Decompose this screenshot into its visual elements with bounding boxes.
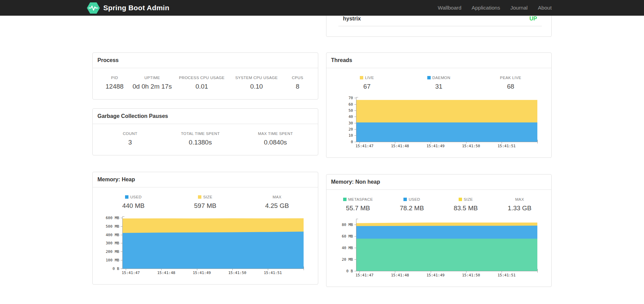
nav-item-journal[interactable]: Journal bbox=[505, 0, 533, 16]
stat-label: CPUS bbox=[282, 76, 313, 80]
stat-value: 4.25 GB bbox=[241, 202, 313, 210]
svg-text:0 B: 0 B bbox=[346, 269, 353, 273]
stat-value: 55.7 MB bbox=[331, 204, 385, 212]
stat-label: UPTIME bbox=[132, 76, 172, 80]
svg-text:15:41:51: 15:41:51 bbox=[497, 144, 516, 148]
svg-text:20: 20 bbox=[348, 127, 353, 132]
navbar: Spring Boot Admin Wallboard Applications… bbox=[0, 0, 644, 16]
gc-stats: COUNT 3 TOTAL TIME SPENT 0.1380s MAX TIM… bbox=[97, 132, 313, 146]
stat-nonheap-size: SIZE 83.5 MB bbox=[439, 197, 493, 212]
threads-panel-title: Threads bbox=[326, 53, 552, 68]
stat-value: 3 bbox=[97, 139, 163, 146]
application-status-panel: hystrix UP bbox=[326, 16, 552, 37]
stat-label: PROCESS CPU USAGE bbox=[173, 76, 231, 80]
stat-uptime: UPTIME 0d 0h 2m 17s bbox=[132, 76, 172, 90]
svg-text:0 B: 0 B bbox=[112, 267, 119, 271]
stat-heap-used: USED 440 MB bbox=[97, 195, 169, 210]
svg-text:15:41:51: 15:41:51 bbox=[497, 273, 516, 277]
stat-nonheap-used: USED 78.2 MB bbox=[385, 197, 439, 212]
application-status-panel-clip: hystrix UP bbox=[326, 16, 552, 37]
stat-value: 83.5 MB bbox=[439, 204, 493, 212]
stat-threads-peak-live: PEAK LIVE 68 bbox=[475, 76, 547, 90]
svg-text:15:41:48: 15:41:48 bbox=[391, 273, 409, 277]
nav-item-wallboard[interactable]: Wallboard bbox=[433, 0, 466, 16]
brand-link[interactable]: Spring Boot Admin bbox=[87, 2, 169, 14]
nav-item-about[interactable]: About bbox=[533, 0, 552, 16]
stat-label: MAX bbox=[493, 197, 547, 201]
process-stats: PID 12488 UPTIME 0d 0h 2m 17s PROCESS CP… bbox=[97, 76, 313, 90]
svg-text:100 MB: 100 MB bbox=[106, 258, 119, 262]
nav-item-applications[interactable]: Applications bbox=[466, 0, 505, 16]
svg-text:15:41:50: 15:41:50 bbox=[462, 273, 480, 277]
svg-text:15:41:49: 15:41:49 bbox=[193, 271, 211, 275]
svg-text:0: 0 bbox=[351, 140, 353, 144]
process-panel: Process PID 12488 UPTIME 0d 0h 2m 17s PR… bbox=[92, 52, 318, 100]
svg-text:400 MB: 400 MB bbox=[106, 233, 119, 237]
stat-label: METASPACE bbox=[331, 197, 385, 201]
legend-swatch-live-icon bbox=[360, 76, 363, 79]
stat-label: USED bbox=[97, 195, 169, 199]
stat-threads-live: LIVE 67 bbox=[331, 76, 403, 90]
svg-text:40 MB: 40 MB bbox=[341, 246, 353, 250]
heap-stats: USED 440 MB SIZE 597 MB MAX 4.25 GB bbox=[97, 195, 313, 210]
svg-text:80 MB: 80 MB bbox=[341, 223, 353, 227]
stat-value: 0.1380s bbox=[163, 139, 238, 146]
svg-text:30: 30 bbox=[348, 121, 353, 125]
stat-label: SIZE bbox=[439, 197, 493, 201]
stat-label: MAX bbox=[241, 195, 313, 199]
stat-nonheap-metaspace: METASPACE 55.7 MB bbox=[331, 197, 385, 212]
svg-text:15:41:50: 15:41:50 bbox=[462, 144, 480, 148]
legend-swatch-size-icon bbox=[459, 198, 462, 201]
stat-system-cpu-usage: SYSTEM CPU USAGE 0.10 bbox=[231, 76, 282, 90]
legend-swatch-size-icon bbox=[198, 195, 201, 199]
svg-text:15:41:50: 15:41:50 bbox=[228, 271, 246, 275]
threads-panel: Threads LIVE 67 DAEMON 31 PEAK LIVE bbox=[326, 52, 552, 158]
svg-text:15:41:47: 15:41:47 bbox=[355, 273, 373, 277]
stat-value: 12488 bbox=[97, 83, 132, 90]
svg-text:60: 60 bbox=[348, 102, 353, 107]
stat-process-cpu-usage: PROCESS CPU USAGE 0.01 bbox=[173, 76, 231, 90]
svg-text:15:41:51: 15:41:51 bbox=[264, 271, 282, 275]
status-badge: UP bbox=[530, 16, 537, 22]
stat-value: 67 bbox=[331, 83, 403, 90]
stat-heap-size: SIZE 597 MB bbox=[169, 195, 241, 210]
spring-boot-admin-logo-icon bbox=[87, 2, 100, 14]
gc-panel: Garbage Collection Pauses COUNT 3 TOTAL … bbox=[92, 108, 318, 155]
svg-text:60 MB: 60 MB bbox=[341, 234, 353, 239]
svg-text:500 MB: 500 MB bbox=[106, 224, 119, 229]
left-column: Process PID 12488 UPTIME 0d 0h 2m 17s PR… bbox=[92, 16, 318, 287]
nonheap-stats: METASPACE 55.7 MB USED 78.2 MB SIZE 83.5… bbox=[331, 197, 547, 212]
application-row[interactable]: hystrix UP bbox=[338, 16, 542, 26]
stat-value: 597 MB bbox=[169, 202, 241, 210]
legend-swatch-daemon-icon bbox=[427, 76, 431, 79]
memory-nonheap-chart: 0 B20 MB40 MB60 MB80 MB15:41:4715:41:481… bbox=[331, 217, 547, 278]
stat-label: TOTAL TIME SPENT bbox=[163, 132, 238, 136]
threads-chart: 01020304050607015:41:4715:41:4815:41:491… bbox=[331, 96, 547, 149]
brand-title: Spring Boot Admin bbox=[103, 4, 169, 12]
stat-label: LIVE bbox=[331, 76, 403, 80]
stat-value: 78.2 MB bbox=[385, 204, 439, 212]
svg-text:50: 50 bbox=[348, 108, 353, 113]
stat-label: SYSTEM CPU USAGE bbox=[231, 76, 282, 80]
memory-heap-panel: Memory: Heap USED 440 MB SIZE 597 MB MAX bbox=[92, 172, 318, 285]
stat-value: 68 bbox=[475, 83, 547, 90]
threads-stats: LIVE 67 DAEMON 31 PEAK LIVE 68 bbox=[331, 76, 547, 90]
memory-heap-chart: 0 B100 MB200 MB300 MB400 MB500 MB600 MB1… bbox=[97, 215, 313, 275]
stat-label: USED bbox=[385, 197, 439, 201]
svg-text:300 MB: 300 MB bbox=[106, 241, 119, 245]
stat-value: 31 bbox=[403, 83, 475, 90]
svg-text:15:41:48: 15:41:48 bbox=[391, 144, 409, 148]
application-name[interactable]: hystrix bbox=[343, 16, 361, 22]
stat-threads-daemon: DAEMON 31 bbox=[403, 76, 475, 90]
stat-value: 0.01 bbox=[173, 83, 231, 90]
memory-nonheap-panel-title: Memory: Non heap bbox=[326, 174, 552, 190]
memory-heap-panel-title: Memory: Heap bbox=[93, 172, 318, 187]
stat-value: 1.33 GB bbox=[493, 204, 547, 212]
svg-text:15:41:49: 15:41:49 bbox=[426, 144, 444, 148]
stat-value: 0.10 bbox=[231, 83, 282, 90]
process-panel-title: Process bbox=[93, 53, 318, 68]
svg-text:200 MB: 200 MB bbox=[106, 249, 119, 254]
stat-gc-max-time: MAX TIME SPENT 0.0840s bbox=[238, 132, 313, 146]
stat-value: 0d 0h 2m 17s bbox=[132, 83, 172, 90]
stat-gc-total-time: TOTAL TIME SPENT 0.1380s bbox=[163, 132, 238, 146]
